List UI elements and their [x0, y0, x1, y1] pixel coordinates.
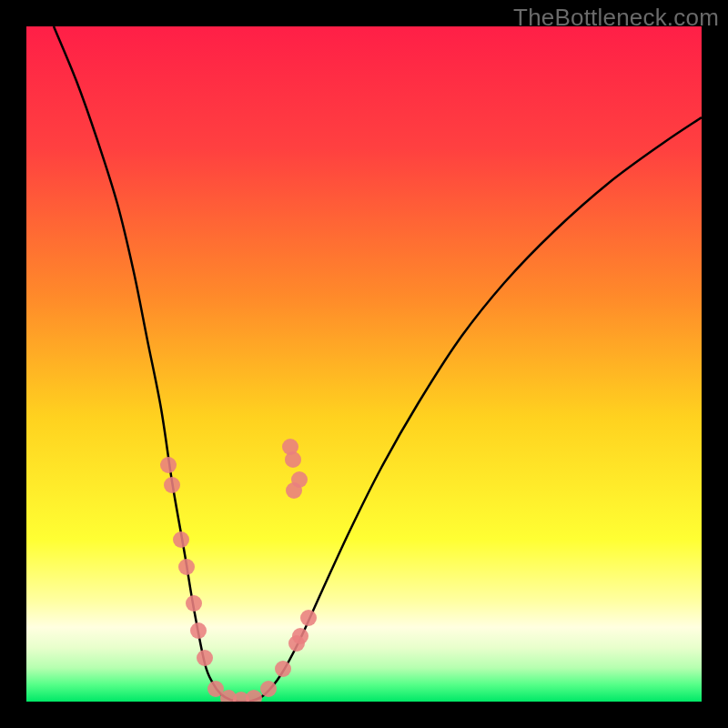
marker-dot: [300, 610, 317, 626]
marker-dot: [197, 650, 213, 666]
chart-frame: [26, 26, 702, 702]
marker-dot: [190, 622, 207, 639]
marker-dot: [164, 477, 180, 493]
marker-dot: [246, 690, 262, 702]
watermark-text: TheBottleneck.com: [513, 4, 719, 32]
marker-dot: [282, 439, 298, 455]
marker-dot: [260, 681, 277, 697]
marker-dot: [173, 531, 189, 548]
marker-dot: [178, 559, 195, 575]
marker-dot: [275, 661, 291, 677]
marker-dot: [292, 628, 308, 644]
marker-dot: [186, 595, 202, 612]
chart-markers: [26, 26, 702, 702]
marker-dot: [291, 471, 308, 488]
marker-dot: [160, 457, 177, 473]
